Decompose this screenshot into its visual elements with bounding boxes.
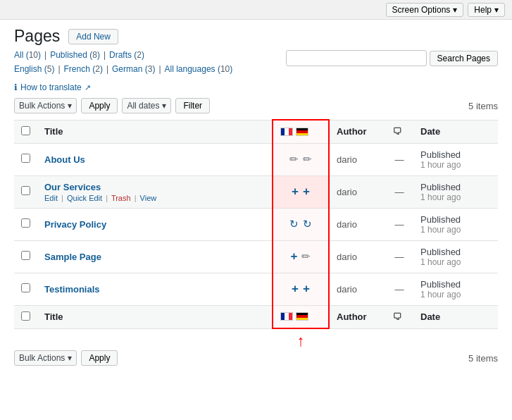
fr-sync-icon[interactable]: ↻ — [289, 218, 299, 230]
title-footer: Title — [37, 305, 273, 328]
row-date-cell: Published 1 hour ago — [413, 143, 498, 175]
top-bar: Screen Options ▾ Help ▾ — [0, 0, 512, 20]
row-comment-cell: — — [385, 208, 413, 240]
de-plus-icon[interactable]: + — [303, 185, 310, 199]
row-checkbox[interactable] — [21, 154, 30, 163]
title-header[interactable]: Title — [37, 120, 273, 143]
filter-published[interactable]: Published (8) — [50, 50, 100, 60]
german-flag-header — [296, 128, 308, 136]
trash-link[interactable]: Trash — [111, 194, 131, 202]
date-header: Date — [413, 120, 498, 143]
status-filter-bar: All (10) | Published (8) | Drafts (2) — [14, 50, 232, 60]
select-all-checkbox[interactable] — [21, 126, 30, 135]
row-checkbox-cell — [14, 240, 37, 273]
select-all-header — [14, 120, 37, 143]
row-author-cell: dario — [329, 240, 385, 273]
table-row: Privacy Policy ↻ ↻ dario — Published 1 h… — [14, 208, 498, 240]
screen-options-button[interactable]: Screen Options ▾ — [386, 3, 464, 17]
row-checkbox-cell — [14, 143, 37, 175]
row-comment-cell: — — [385, 175, 413, 208]
page-title-link[interactable]: About Us — [44, 154, 85, 165]
row-checkbox[interactable] — [21, 251, 30, 260]
help-chevron: ▾ — [494, 5, 499, 15]
search-input[interactable] — [286, 50, 427, 66]
info-icon: ℹ — [14, 82, 18, 92]
page-title-link[interactable]: Testimonials — [44, 284, 100, 295]
filter-german[interactable]: German (3) — [112, 64, 155, 74]
filter-button[interactable]: Filter — [175, 98, 210, 113]
row-comment-cell: — — [385, 273, 413, 305]
dates-chevron: ▾ — [162, 101, 166, 111]
de-pencil-icon[interactable]: ✏ — [303, 153, 312, 166]
items-count-bottom: 5 items — [468, 353, 498, 364]
row-translation-cell: ✏ ✏ — [273, 143, 329, 175]
fr-plus-icon[interactable]: + — [292, 282, 299, 296]
row-title-cell: Our Services Edit | Quick Edit | Trash |… — [37, 175, 273, 208]
filter-all-languages[interactable]: All languages (10) — [165, 64, 233, 74]
filter-english[interactable]: English (5) — [14, 64, 54, 74]
author-footer: Author — [329, 305, 385, 328]
screen-options-chevron: ▾ — [453, 5, 457, 15]
screen-options-label: Screen Options — [392, 5, 451, 15]
row-checkbox-cell — [14, 273, 37, 305]
de-pencil-icon[interactable]: ✏ — [301, 250, 311, 263]
bulk-actions-dropdown-bottom[interactable]: Bulk Actions ▾ — [14, 350, 77, 366]
table-footer-row: Title ↑ Author 🗨 Date — [14, 305, 498, 328]
apply-button-top[interactable]: Apply — [81, 98, 118, 113]
bulk-actions-dropdown[interactable]: Bulk Actions ▾ — [14, 98, 77, 113]
row-title-cell: Testimonials — [37, 273, 273, 305]
row-date-cell: Published 1 hour ago — [413, 240, 498, 273]
apply-button-bottom[interactable]: Apply — [81, 350, 118, 366]
filter-all[interactable]: All (10) — [14, 50, 41, 60]
tablenav-left: Bulk Actions ▾ Apply All dates ▾ Filter — [14, 98, 210, 113]
de-sync-icon[interactable]: ↻ — [303, 218, 312, 230]
filter-french[interactable]: French (2) — [64, 64, 103, 74]
page-title-link[interactable]: Privacy Policy — [44, 219, 106, 230]
row-translation-cell: + + — [273, 175, 329, 208]
page-title-link[interactable]: Sample Page — [44, 252, 101, 262]
row-checkbox[interactable] — [21, 283, 30, 292]
row-translation-cell: + + — [273, 273, 329, 305]
external-link-icon: ↗ — [85, 83, 91, 92]
language-filter-bar: English (5) | French (2) | German (3) | … — [14, 64, 232, 74]
page-title-link[interactable]: Our Services — [44, 182, 101, 192]
author-header: Author — [329, 120, 385, 143]
top-tablenav: Bulk Actions ▾ Apply All dates ▾ Filter … — [14, 98, 498, 113]
bulk-actions-chevron: ▾ — [68, 101, 72, 111]
how-to-translate-link[interactable]: ℹ How to translate ↗ — [14, 82, 498, 92]
help-label: Help — [474, 5, 492, 15]
dates-dropdown[interactable]: All dates ▾ — [122, 98, 171, 113]
fr-pencil-icon[interactable]: ✏ — [289, 153, 299, 166]
view-link[interactable]: View — [140, 194, 157, 202]
pages-table: Title Author 🗨 Date A — [14, 119, 498, 329]
flags-footer: ↑ — [273, 305, 329, 328]
row-checkbox[interactable] — [21, 218, 30, 228]
row-author-cell: dario — [329, 143, 385, 175]
comment-header: 🗨 — [385, 120, 413, 143]
row-checkbox[interactable] — [21, 186, 30, 195]
bulk-actions-bottom-chevron: ▾ — [68, 353, 72, 363]
comment-footer: 🗨 — [385, 305, 413, 328]
search-box: Search Pages — [286, 50, 498, 66]
row-author-cell: dario — [329, 208, 385, 240]
quick-edit-link[interactable]: Quick Edit — [67, 194, 102, 202]
add-new-button[interactable]: Add New — [68, 29, 118, 44]
select-all-footer-checkbox[interactable] — [21, 311, 30, 321]
filter-drafts[interactable]: Drafts (2) — [109, 50, 144, 60]
fr-plus-icon[interactable]: + — [291, 249, 298, 264]
comment-icon-footer: 🗨 — [392, 311, 401, 322]
row-comment-cell: — — [385, 143, 413, 175]
table-header-row: Title Author 🗨 Date — [14, 120, 498, 143]
help-button[interactable]: Help ▾ — [468, 3, 505, 17]
row-author-cell: dario — [329, 175, 385, 208]
german-flag-footer — [296, 312, 308, 321]
page-header: Pages Add New — [14, 27, 498, 46]
edit-link[interactable]: Edit — [44, 194, 58, 202]
row-comment-cell: — — [385, 240, 413, 273]
french-flag-footer — [280, 312, 293, 321]
red-arrow-indicator: ↑ — [297, 333, 305, 349]
fr-plus-icon[interactable]: + — [292, 185, 299, 199]
search-pages-button[interactable]: Search Pages — [430, 51, 498, 66]
table-row: Testimonials + + dario — Published 1 hou… — [14, 273, 498, 305]
de-plus-icon[interactable]: + — [303, 282, 310, 296]
